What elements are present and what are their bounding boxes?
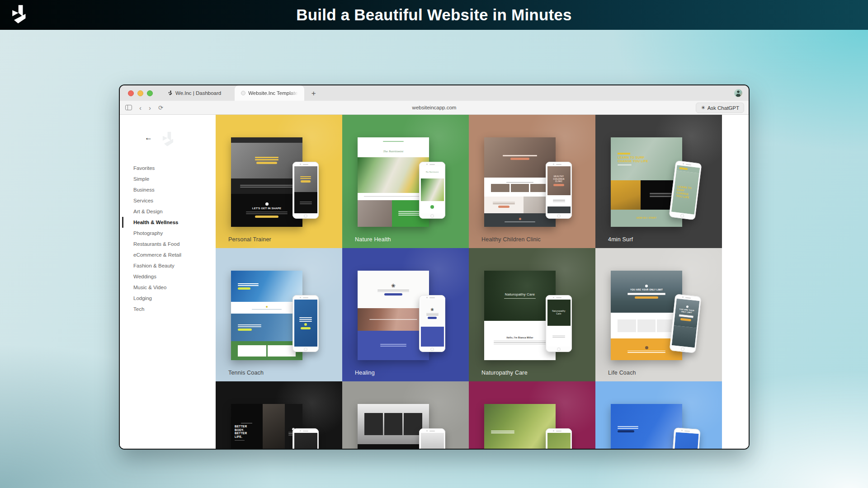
phone-mockup: Naturopathy Care [546,295,572,352]
sidebar-item-music-video[interactable]: Music & Video [122,282,216,293]
sidebar-item-weddings[interactable]: Weddings [122,271,216,282]
template-card-label: Tennis Coach [228,370,264,376]
phone-speaker [303,297,308,298]
phone-speaker [429,431,435,432]
phone-mockup: The Nutritionist [419,162,445,219]
template-card-life-coach[interactable]: YOU ARE YOUR ONLY LIMITYOU ARE YOUR ONLY… [595,248,722,381]
phone-mockup: ALEX G [419,428,445,449]
sidebar-item-tech[interactable]: Tech [122,304,216,314]
phone-speaker [556,297,561,298]
phone-home-button [430,214,434,218]
phone-mockup [292,295,319,352]
template-card-nature-health[interactable]: The NutritionistThe NutritionistNature H… [342,115,469,248]
phone-speaker [556,431,561,432]
phone-home-button [557,347,561,351]
phone-speaker [303,431,308,432]
tab-label: Website.Inc Template [248,90,298,96]
back-arrow-icon[interactable]: ← [145,134,152,141]
template-card-label: 4min Surf [608,236,633,243]
close-window-button[interactable] [128,90,134,96]
top-banner: Build a Beautiful Website in Minutes [0,0,868,30]
browser-window: We.Inc | Dashboard Website.Inc Template … [119,84,750,450]
phone-camera [553,164,554,165]
address-bar[interactable]: websiteincapp.com [120,105,749,110]
profile-avatar[interactable] [734,89,742,97]
phone-camera [681,430,683,431]
sidebar-item-photography[interactable]: Photography [122,228,216,239]
template-card-label: Nature Health [355,236,391,243]
phone-camera [426,430,428,432]
openai-icon: ✳ [701,105,705,110]
desktop-mockup: ALEX G [358,404,429,449]
template-card-naturopathy-care[interactable]: Naturopathy CareHello, I'm Bianca Miller… [469,248,595,381]
phone-mockup [546,428,572,449]
ask-chatgpt-label: Ask ChatGPT [708,105,739,111]
sidebar-item-services[interactable]: Services [122,195,216,206]
phone-camera [683,163,684,164]
sidebar-item-favorites[interactable]: Favorites [122,163,216,174]
phone-speaker [686,164,691,165]
desktop-mockup: LET'S GET IN SHAPE [231,137,302,227]
phone-camera [682,296,684,298]
template-card[interactable] [469,381,595,449]
sidebar-item-health-wellness[interactable]: Health & Wellness [122,217,216,228]
phone-speaker [684,430,690,432]
template-card[interactable]: ALEX GALEX G [342,381,469,449]
sidebar-toggle-icon[interactable] [125,105,132,110]
phone-speaker [685,297,691,298]
sidebar-item-lodging[interactable]: Lodging [122,293,216,304]
template-card[interactable] [595,381,722,449]
reload-icon[interactable]: ⟳ [158,105,163,111]
phone-camera [300,430,301,432]
sidebar-item-simple[interactable]: Simple [122,174,216,184]
sidebar-item-fashion-beauty[interactable]: Fashion & Beauty [122,260,216,271]
desktop-mockup [231,271,302,360]
weinc-favicon-icon [167,90,173,96]
categories-sidebar: ← FavoritesSimpleBusinessServicesArt & D… [120,115,216,449]
phone-mockup: ❀ [419,295,445,352]
template-card-tennis-coach[interactable]: Tennis Coach [216,248,342,381]
tab-website-inc-template[interactable]: Website.Inc Template [235,85,304,101]
phone-speaker [429,297,435,298]
desktop-mockup: Naturopathy CareHello, I'm Bianca Miller [484,271,556,360]
minimize-window-button[interactable] [137,90,143,96]
phone-speaker [303,164,308,165]
phone-camera [300,164,301,165]
template-card-personal-trainer[interactable]: LET'S GET IN SHAPEPersonal Trainer [216,115,342,248]
sidebar-item-ecommerce-retail[interactable]: eCommerce & Retail [122,249,216,260]
desktop-mockup: ❀ [358,271,429,360]
phone-camera [426,297,428,298]
back-nav-icon[interactable]: ‹ [139,104,142,111]
template-grid: LET'S GET IN SHAPEPersonal TrainerThe Nu… [216,115,749,449]
category-list: FavoritesSimpleBusinessServicesArt & Des… [120,163,216,314]
phone-speaker [556,164,561,165]
sidebar-item-art-design[interactable]: Art & Design [122,206,216,217]
template-card-4min-surf[interactable]: LEARN TO SURF CHANGE YOU LIFEHOW DO I ST… [595,115,722,248]
phone-camera [553,297,554,298]
desktop-mockup [484,404,556,449]
page-title: Build a Beautiful Website in Minutes [296,6,571,24]
template-card-healing[interactable]: ❀❀Healing [342,248,469,381]
ask-chatgpt-button[interactable]: ✳ Ask ChatGPT [696,103,744,113]
phone-home-button [304,214,307,218]
phone-mockup: YOU ARE YOUR ONLY LIMIT [670,294,702,353]
phone-camera [553,430,554,432]
template-card-label: Healing [355,370,375,376]
phone-home-button [304,347,307,351]
fullscreen-window-button[interactable] [147,90,153,96]
browser-toolbar: ‹ › ⟳ websiteincapp.com ✳ Ask ChatGPT [120,101,749,115]
phone-mockup [292,428,319,449]
forward-nav-icon[interactable]: › [149,104,151,111]
phone-camera [300,297,301,298]
page-content: ← FavoritesSimpleBusinessServicesArt & D… [120,115,749,449]
sidebar-item-restaurants-food[interactable]: Restaurants & Food [122,239,216,249]
phone-home-button [557,214,561,218]
globe-favicon-icon [241,91,245,95]
desktop-mockup [484,137,556,227]
sidebar-item-business[interactable]: Business [122,184,216,195]
template-card[interactable]: BETTER BODY. BETTER LIFE. [216,381,342,449]
template-card-healthy-children-clinic[interactable]: HEALTHY CHILDREN CLINICHealthy Children … [469,115,595,248]
tab-weinc-dashboard[interactable]: We.Inc | Dashboard [167,90,221,96]
new-tab-button[interactable]: + [311,89,316,97]
weinc-logo-icon [7,4,29,26]
